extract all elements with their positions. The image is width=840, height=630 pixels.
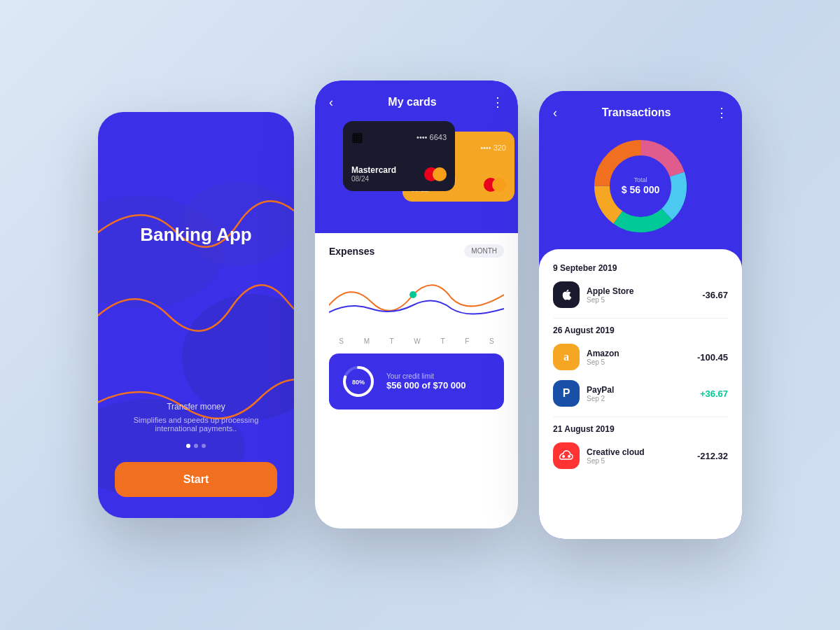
transactions-screen: ‹ Transactions ⋮ xyxy=(539,91,742,539)
credit-info: Your credit limit $56 000 of $70 000 xyxy=(386,372,465,391)
start-button[interactable]: Start xyxy=(115,462,277,497)
divider-1 xyxy=(553,318,728,318)
section-date-3: 21 August 2019 xyxy=(553,424,728,434)
tx-screen-title: Transactions xyxy=(602,106,671,119)
chart-day-labels: S M T W T F S xyxy=(329,337,504,345)
svg-point-16 xyxy=(568,455,570,458)
creative-cloud-amount: -212.32 xyxy=(697,451,728,461)
divider-2 xyxy=(553,416,728,417)
paypal-info: PayPal Sep 2 xyxy=(587,385,693,402)
day-w: W xyxy=(414,337,420,345)
svg-point-15 xyxy=(562,455,565,458)
amazon-date: Sep 5 xyxy=(587,358,690,366)
paypal-date: Sep 2 xyxy=(587,395,693,402)
creative-cloud-info: Creative cloud Sep 5 xyxy=(587,447,690,465)
my-cards-screen: ‹ My cards ⋮ ▦ •••• 6643 Mastercard 08/2… xyxy=(315,80,518,528)
creative-cloud-name: Creative cloud xyxy=(587,447,690,457)
mc-circle-orange xyxy=(433,167,447,181)
amazon-info: Amazon Sep 5 xyxy=(587,349,690,366)
paypal-letter: P xyxy=(563,387,570,400)
dot-3 xyxy=(202,444,206,448)
svg-text:$ 56 000: $ 56 000 xyxy=(622,184,660,195)
tx-creative-cloud[interactable]: Creative cloud Sep 5 -212.32 xyxy=(553,442,728,469)
tx-back-button[interactable]: ‹ xyxy=(553,106,557,120)
day-t2: T xyxy=(440,337,444,345)
card-chip-icon: ▦ xyxy=(351,130,363,145)
day-m: M xyxy=(364,337,370,345)
description: Simplifies and speeds up processing inte… xyxy=(115,416,277,433)
day-s: S xyxy=(339,337,344,345)
card-brand-black: Mastercard xyxy=(351,165,396,175)
apple-store-icon xyxy=(553,281,580,308)
credit-label: Your credit limit xyxy=(386,372,465,380)
apple-store-name: Apple Store xyxy=(587,286,695,296)
cards-stack: ▦ •••• 6643 Mastercard 08/24 xyxy=(329,121,504,233)
paypal-amount: +36.67 xyxy=(700,388,728,399)
svg-text:80%: 80% xyxy=(352,379,365,386)
card-black[interactable]: ▦ •••• 6643 Mastercard 08/24 xyxy=(343,121,455,191)
tx-apple-store[interactable]: Apple Store Sep 5 -36.67 xyxy=(553,281,728,308)
day-f: F xyxy=(465,337,469,345)
tx-paypal[interactable]: P PayPal Sep 2 +36.67 xyxy=(553,380,728,407)
menu-button[interactable]: ⋮ xyxy=(491,94,504,110)
card-number-yellow: •••• 320 xyxy=(480,144,506,152)
bottom-section: Transfer money Simplifies and speeds up … xyxy=(115,402,277,497)
apple-store-date: Sep 5 xyxy=(587,296,695,304)
section-date-1: 9 Septeber 2019 xyxy=(553,263,728,273)
tx-nav-bar: ‹ Transactions ⋮ xyxy=(553,105,728,120)
credit-progress-circle: 80% xyxy=(340,363,377,400)
month-badge[interactable]: MONTH xyxy=(464,244,504,258)
transfer-label: Transfer money xyxy=(115,402,277,412)
credit-limit-bar: 80% Your credit limit $56 000 of $70 000 xyxy=(329,354,504,410)
paypal-icon: P xyxy=(553,380,580,407)
svg-point-4 xyxy=(410,291,416,298)
back-button[interactable]: ‹ xyxy=(329,95,333,110)
donut-chart: Total $ 56 000 xyxy=(553,130,728,249)
expenses-header: Expenses MONTH xyxy=(329,244,504,258)
cards-header: ‹ My cards ⋮ ▦ •••• 6643 Mastercard 08/2… xyxy=(315,80,518,233)
card-number-black: •••• 6643 xyxy=(416,133,447,141)
section-date-2: 26 August 2019 xyxy=(553,326,728,335)
transactions-header: ‹ Transactions ⋮ xyxy=(539,91,742,249)
nav-bar: ‹ My cards ⋮ xyxy=(329,94,504,110)
creative-cloud-icon xyxy=(553,442,580,469)
amazon-name: Amazon xyxy=(587,349,690,358)
dot-2 xyxy=(194,444,198,448)
card-expiry-black: 08/24 xyxy=(351,175,396,183)
app-title: Banking App xyxy=(140,224,251,246)
credit-value: $56 000 of $70 000 xyxy=(386,380,465,391)
screen-title: My cards xyxy=(388,96,436,108)
dot-1 xyxy=(186,444,190,448)
paypal-name: PayPal xyxy=(587,385,693,395)
pagination-dots xyxy=(115,444,277,448)
mc-circle-orange-2 xyxy=(492,178,506,192)
amazon-icon: a xyxy=(553,344,580,370)
day-t: T xyxy=(390,337,394,345)
apple-store-info: Apple Store Sep 5 xyxy=(587,286,695,304)
cards-body: Expenses MONTH S M T W T F S xyxy=(315,233,518,421)
tx-menu-button[interactable]: ⋮ xyxy=(715,105,728,120)
amazon-amount: -100.45 xyxy=(697,352,728,363)
app-title-area: Banking App xyxy=(140,224,251,246)
tx-amazon[interactable]: a Amazon Sep 5 -100.45 xyxy=(553,344,728,370)
expenses-label: Expenses xyxy=(329,246,374,257)
amazon-letter: a xyxy=(564,351,569,363)
day-s2: S xyxy=(489,337,494,345)
creative-cloud-date: Sep 5 xyxy=(587,457,690,465)
banking-app-screen: Banking App Transfer money Simplifies an… xyxy=(98,112,294,518)
svg-text:Total: Total xyxy=(634,176,647,183)
transactions-body: 9 Septeber 2019 Apple Store Sep 5 -36.67… xyxy=(539,249,742,539)
apple-store-amount: -36.67 xyxy=(702,290,728,300)
expenses-chart xyxy=(329,263,504,333)
